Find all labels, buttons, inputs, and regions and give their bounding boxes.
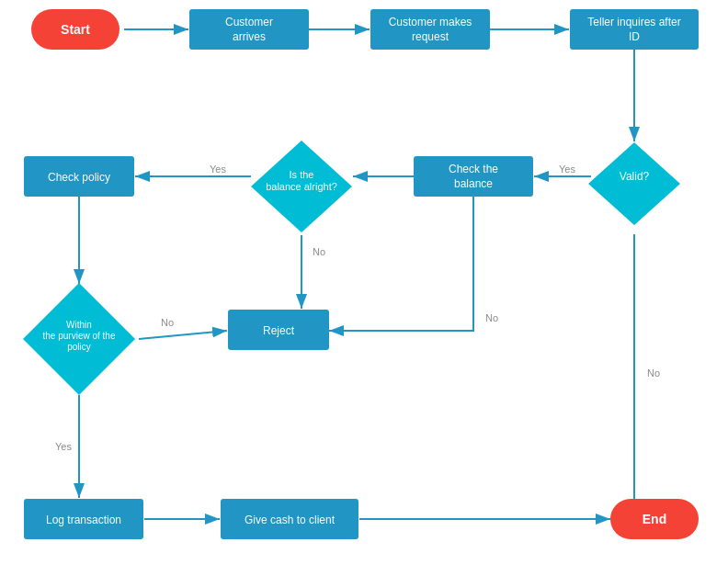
check-policy-label: Check policy [48, 171, 110, 184]
reject-label: Reject [263, 324, 295, 337]
svg-line-10 [139, 331, 227, 339]
give-cash-label: Give cash to client [245, 514, 336, 526]
no-policy-label: No [161, 317, 174, 328]
no-balance-label: No [313, 246, 325, 257]
yes-policy-label: Yes [55, 441, 72, 452]
check-balance-label: Check the [449, 163, 498, 175]
yes-balance-label: Yes [210, 164, 226, 175]
end-label: End [643, 512, 666, 526]
teller-id-label2: ID [629, 30, 640, 43]
teller-id-label: Teller inquires after [587, 16, 680, 28]
start-label: Start [61, 22, 90, 37]
no-valid-label: No [647, 367, 660, 378]
within-policy-label: Within [66, 320, 92, 330]
within-policy-label3: policy [67, 342, 91, 352]
balance-alright-label: Is the [290, 169, 314, 180]
check-balance-label2: balance [454, 177, 493, 190]
customer-request-label: Customer makes [389, 16, 472, 28]
valid-label: Valid? [620, 170, 650, 183]
within-policy-label2: the purview of the [43, 331, 116, 341]
no-checkbalance-label: No [485, 312, 498, 323]
customer-arrives-label2: arrives [233, 30, 266, 43]
log-transaction-label: Log transaction [46, 514, 121, 526]
customer-request-label2: request [412, 30, 449, 43]
yes-valid-label: Yes [559, 164, 575, 175]
customer-arrives-label: Customer [225, 16, 273, 28]
balance-alright-label2: balance alright? [266, 181, 337, 192]
svg-marker-18 [588, 142, 680, 225]
